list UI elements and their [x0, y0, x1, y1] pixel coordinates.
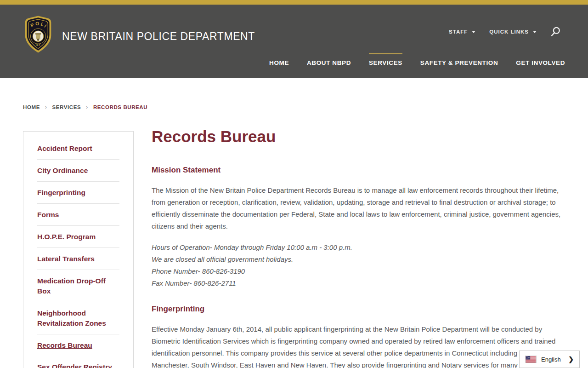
breadcrumb-separator: ›: [86, 104, 88, 110]
quick-links-menu-label: QUICK LINKS: [489, 29, 529, 34]
sidebar-item-fingerprinting[interactable]: Fingerprinting: [37, 182, 119, 204]
nav-item-about-nbpd[interactable]: ABOUT NBPD: [307, 53, 351, 78]
search-icon: [550, 26, 560, 37]
sidebar-item-forms[interactable]: Forms: [37, 204, 119, 226]
phone-number-line: Phone Number- 860-826-3190: [152, 265, 562, 277]
main-content: Records Bureau Mission Statement The Mis…: [152, 131, 562, 368]
breadcrumb-records-bureau: RECORDS BUREAU: [93, 104, 147, 110]
site-title[interactable]: NEW BRITAIN POLICE DEPARTMENT: [62, 30, 255, 43]
sidebar-item-records-bureau[interactable]: Records Bureau: [37, 334, 119, 356]
chevron-right-icon: ❯: [568, 356, 574, 363]
services-sidebar: Accident Report City Ordinance Fingerpri…: [23, 131, 134, 368]
mission-statement-heading: Mission Statement: [152, 166, 562, 175]
content-area: Accident Report City Ordinance Fingerpri…: [23, 131, 565, 368]
staff-menu-label: STAFF: [449, 29, 468, 34]
breadcrumb-services[interactable]: SERVICES: [52, 104, 81, 110]
breadcrumb-separator: ›: [45, 104, 47, 110]
hours-line: Hours of Operation- Monday through Frida…: [152, 242, 562, 253]
nbpd-badge-logo[interactable]: POLICE B.T: [23, 15, 53, 54]
hours-of-operation-block: Hours of Operation- Monday through Frida…: [152, 242, 562, 289]
sidebar-item-lateral-transfers[interactable]: Lateral Transfers: [37, 248, 119, 270]
chevron-down-icon: [472, 31, 475, 33]
utility-nav: STAFF QUICK LINKS: [449, 26, 560, 37]
page-title: Records Bureau: [152, 127, 562, 146]
language-label: English: [541, 356, 561, 363]
nav-item-safety-prevention[interactable]: SAFETY & PREVENTION: [420, 53, 498, 78]
nav-item-services[interactable]: SERVICES: [369, 53, 402, 78]
sidebar-item-city-ordinance[interactable]: City Ordinance: [37, 160, 119, 182]
breadcrumb: HOME › SERVICES › RECORDS BUREAU: [23, 104, 588, 110]
nav-item-home[interactable]: HOME: [269, 53, 289, 78]
chevron-down-icon: [533, 31, 537, 33]
quick-links-menu[interactable]: QUICK LINKS: [489, 29, 537, 34]
fingerprinting-paragraph: Effective Monday January 6th, 2014, all …: [152, 323, 562, 368]
staff-menu[interactable]: STAFF: [449, 29, 475, 34]
fax-number-line: Fax Number- 860-826-2711: [152, 277, 562, 289]
breadcrumb-home[interactable]: HOME: [23, 104, 40, 110]
sidebar-item-medication-drop-off-box[interactable]: Medication Drop-Off Box: [37, 270, 119, 302]
fingerprinting-heading: Fingerprinting: [152, 305, 562, 314]
sidebar-item-sex-offender-registry[interactable]: Sex Offender Registry: [37, 356, 119, 368]
nav-item-get-involved[interactable]: GET INVOLVED: [516, 53, 565, 78]
site-header: POLICE B.T NEW BRITAIN POLICE DEPARTMENT…: [0, 5, 588, 78]
mission-statement-paragraph: The Mission of the New Britain Police De…: [152, 184, 562, 232]
sidebar-item-neighborhood-revitalization-zones[interactable]: Neighborhood Revitalization Zones: [37, 302, 119, 334]
sidebar-item-hope-program[interactable]: H.O.P.E. Program: [37, 226, 119, 248]
search-button[interactable]: [550, 26, 560, 37]
us-flag-icon: [525, 356, 537, 363]
main-nav: HOME ABOUT NBPD SERVICES SAFETY & PREVEN…: [269, 53, 565, 78]
sidebar-item-accident-report[interactable]: Accident Report: [37, 138, 119, 160]
language-selector[interactable]: English ❯: [519, 351, 580, 368]
top-accent-bar: [0, 0, 588, 5]
logo-bottom-mark: B.T: [36, 44, 40, 46]
holidays-line: We are closed all official government ho…: [152, 253, 562, 265]
